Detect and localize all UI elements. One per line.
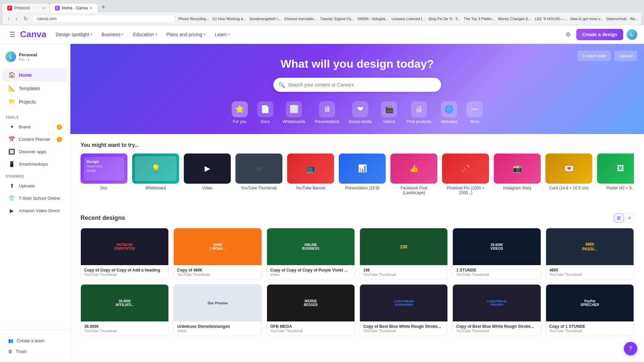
bookmark-9[interactable]: The Top 3 Platfor... bbox=[464, 17, 495, 21]
sidebar-item-content-planner[interactable]: 📅 Content Planner 1 bbox=[3, 133, 67, 145]
try-card-card[interactable]: 💌 Card (14.8 × 10.5 cm) bbox=[545, 154, 592, 195]
create-team-button[interactable]: 👥 Create a team bbox=[3, 336, 67, 346]
try-card-presentation[interactable]: 📊 Presentation (16:9) bbox=[339, 154, 386, 195]
refresh-button[interactable]: ↻ bbox=[22, 14, 30, 23]
create-design-button[interactable]: Create a design bbox=[576, 29, 623, 40]
try-card-thumbnail: 📊 bbox=[339, 154, 386, 184]
sidebar-item-discover-apps[interactable]: 🔲 Discover apps bbox=[3, 146, 67, 158]
try-card-video[interactable]: ▶ Video bbox=[184, 154, 231, 195]
try-card-poster[interactable]: 🖼 Poster (42 × 5... bbox=[597, 154, 634, 195]
list-view-button[interactable]: ≡ bbox=[625, 213, 634, 223]
bookmark-12[interactable]: How to get more v... bbox=[570, 17, 603, 21]
nav-education[interactable]: Education ▾ bbox=[129, 29, 161, 40]
user-avatar-button[interactable]: L bbox=[627, 29, 637, 40]
help-button[interactable]: ? bbox=[624, 342, 637, 355]
bookmark-2[interactable]: (1) How Working a... bbox=[212, 17, 246, 21]
bookmark-13[interactable]: Datenschutz - Re... bbox=[606, 17, 638, 21]
quick-link-more[interactable]: ••• More bbox=[467, 101, 483, 124]
new-tab-button[interactable]: + bbox=[98, 2, 110, 12]
grid-view-button[interactable]: ⊞ bbox=[614, 213, 624, 223]
quick-link-videos[interactable]: 🎬 Videos bbox=[381, 101, 397, 124]
forward-button[interactable]: › bbox=[14, 15, 19, 23]
try-card-label: YouTube Thumbnail bbox=[235, 186, 282, 190]
bookmark-7[interactable]: Lessons Learned f... bbox=[392, 17, 425, 21]
bookmark-8[interactable]: Qing Fei De Yi - Y... bbox=[428, 17, 461, 21]
nav-business[interactable]: Business ▾ bbox=[98, 29, 128, 40]
try-card-instagram-story[interactable]: 📸 Instagram Story bbox=[494, 154, 541, 195]
nav-design-spotlight[interactable]: Design spotlight ▾ bbox=[52, 29, 96, 40]
design-title: OFB MEGA bbox=[270, 324, 351, 329]
discover-apps-icon: 🔲 bbox=[8, 148, 15, 155]
social-media-icon: ❤ bbox=[352, 101, 368, 117]
address-bar[interactable]: canva.com bbox=[32, 15, 176, 23]
quick-link-label: Social media bbox=[348, 119, 372, 124]
design-title: Copy of 480€ bbox=[177, 268, 258, 273]
sidebar-item-templates[interactable]: 📐 Templates bbox=[3, 82, 67, 95]
sidebar-item-brand[interactable]: ✦ Brand 1 bbox=[3, 121, 67, 133]
design-card-9[interactable]: WERDEBESSER OFB MEGA YouTube Thumbnail bbox=[267, 284, 355, 336]
design-card-10[interactable]: LIVESTREAMSCHNEIDEN Copy of Best Blue Wh… bbox=[360, 284, 448, 336]
try-card-pinterest-pin[interactable]: 📌 Pinterest Pin (1000 × 1500...) bbox=[442, 154, 489, 195]
design-card-11[interactable]: LIVESTREAMFRAGEN Copy of Best Blue White… bbox=[452, 284, 541, 336]
nav-plans-pricing[interactable]: Plans and pricing ▾ bbox=[162, 29, 209, 40]
bookmark-10[interactable]: Money Changes E... bbox=[498, 17, 532, 21]
quick-link-presentations[interactable]: 🖥 Presentations bbox=[315, 101, 339, 124]
design-card-3[interactable]: ONLINEBUSINESS Copy of Copy of Copy of P… bbox=[267, 228, 355, 280]
sidebar-item-home[interactable]: 🏠 Home bbox=[3, 68, 67, 81]
recent-designs-section: Recent designs ⊞ ≡ PATREONEINRICHTEN Cop… bbox=[70, 205, 644, 344]
sidebar-item-smartmockups[interactable]: 📱 Smartmockups bbox=[3, 158, 67, 170]
quick-link-whiteboards[interactable]: ⬜ Whiteboards bbox=[283, 101, 305, 124]
canva-logo[interactable]: Canva bbox=[20, 29, 52, 40]
design-thumbnail: WERDEBESSER bbox=[267, 285, 355, 321]
browser-tab-canva[interactable]: C Home - Canva ✕ bbox=[50, 4, 97, 12]
quick-link-websites[interactable]: 🌐 Websites bbox=[441, 101, 457, 124]
sidebar-item-projects[interactable]: 📁 Projects bbox=[3, 95, 67, 108]
custom-size-button[interactable]: Custom size bbox=[577, 51, 611, 61]
design-card-7[interactable]: 36.000€AFFILIATI... 36.000€ YouTube Thum… bbox=[80, 284, 169, 336]
bookmark-5[interactable]: Tutorial: Eigene Fa... bbox=[320, 17, 354, 21]
content-planner-badge: 1 bbox=[57, 137, 62, 142]
amazon-icon: ▶ bbox=[8, 207, 15, 214]
quick-link-social-media[interactable]: ❤ Social media bbox=[348, 101, 372, 124]
tab-close-pinterest[interactable]: ✕ bbox=[42, 6, 45, 10]
more-icon: ••• bbox=[467, 101, 483, 117]
design-card-6[interactable]: 480€PASSI... 480€ YouTube Thumbnail bbox=[546, 228, 634, 280]
sidebar-item-tshirt-school[interactable]: 👕 T-Shirt School Online bbox=[3, 192, 67, 204]
quick-link-docs[interactable]: 📄 Docs bbox=[257, 101, 273, 124]
design-card-2[interactable]: 1000€1 MONA... Copy of 480€ YouTube Thum… bbox=[173, 228, 262, 280]
upload-button[interactable]: Upload bbox=[614, 51, 637, 61]
browser-tab-pinterest[interactable]: P Pinterest ✕ bbox=[3, 4, 50, 12]
quick-link-for-you[interactable]: ⭐ For you bbox=[232, 101, 248, 124]
design-card-1[interactable]: PATREONEINRICHTEN Copy of Copy of Copy o… bbox=[80, 228, 169, 280]
sidebar-item-uploads[interactable]: ⬆ Uploads bbox=[3, 180, 67, 192]
sidebar-item-amazon-video[interactable]: ▶ Amazon Video Direct bbox=[3, 205, 67, 217]
design-card-5[interactable]: 26.600€VIDEOS 1 STUNDE YouTube Thumbnail bbox=[452, 228, 541, 280]
bookmark-3[interactable]: Sonderangebot! I... bbox=[249, 17, 281, 21]
design-card-12[interactable]: PayPalSPRECHER Copy of 1 STUNDE YouTube … bbox=[546, 284, 634, 336]
trash-button[interactable]: 🗑 Trash bbox=[3, 346, 67, 357]
design-card-4[interactable]: 10€ 10€ YouTube Thumbnail bbox=[360, 228, 448, 280]
nav-learn[interactable]: Learn ▾ bbox=[211, 29, 234, 40]
bookmark-6[interactable]: GMSN - Vologda... bbox=[358, 17, 388, 21]
try-card-whiteboard[interactable]: 💡 Whiteboard bbox=[132, 154, 179, 195]
tab-close-canva[interactable]: ✕ bbox=[90, 6, 93, 10]
bookmark-11[interactable]: LEE 'S HOUSE—... bbox=[535, 17, 567, 21]
sidebar-user-section[interactable]: L Personal Pro · 1 bbox=[0, 48, 70, 65]
try-card-facebook-post[interactable]: 👍 Facebook Post (Landscape) bbox=[390, 154, 437, 195]
back-button[interactable]: ‹ bbox=[6, 15, 11, 23]
try-card-youtube-thumbnail[interactable]: 🎥 YouTube Thumbnail bbox=[235, 154, 282, 195]
bookmark-1[interactable]: Phone Recycling... bbox=[178, 17, 209, 21]
bookmark-4[interactable]: Chinese translatio... bbox=[284, 17, 317, 21]
try-card-thumbnail: 💡 bbox=[132, 154, 179, 184]
sidebar-item-label: Uploads bbox=[19, 183, 35, 188]
search-input[interactable] bbox=[273, 78, 441, 92]
try-card-doc[interactable]: Design Flows Docs Design Doc bbox=[80, 154, 127, 195]
hamburger-menu-button[interactable]: ☰ bbox=[7, 29, 18, 40]
quick-link-print-products[interactable]: 🖨 Print products bbox=[407, 101, 431, 124]
quick-link-label: Docs bbox=[261, 119, 270, 124]
design-card-8[interactable]: Doc Preview Unbekuse Dienstleistungen Vi… bbox=[173, 284, 262, 336]
design-type: YouTube Thumbnail bbox=[549, 273, 630, 277]
settings-button[interactable]: ⚙ bbox=[564, 29, 573, 40]
try-card-thumbnail: 📺 bbox=[287, 154, 334, 184]
try-card-youtube-banner[interactable]: 📺 YouTube Banner bbox=[287, 154, 334, 195]
